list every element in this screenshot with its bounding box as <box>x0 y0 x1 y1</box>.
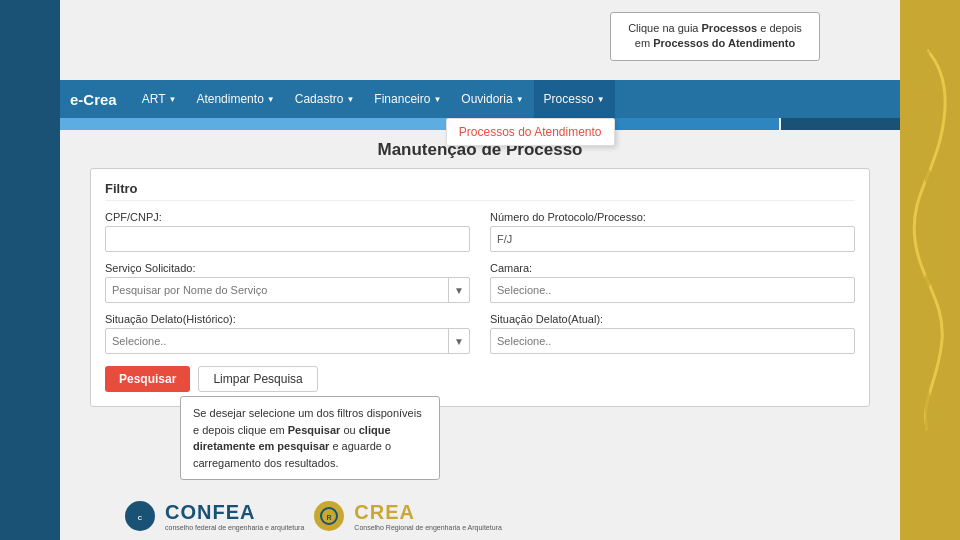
decorative-shape <box>900 40 955 440</box>
crea-logo-circle: R <box>314 501 344 531</box>
pesquisar-button[interactable]: Pesquisar <box>105 366 190 392</box>
form-group-sit-hist: Situação Delato(Histórico): ▼ <box>105 313 470 354</box>
protocolo-input[interactable] <box>490 226 855 252</box>
nav-ouvidoria-caret: ▼ <box>516 95 524 104</box>
sit-hist-arrow-icon: ▼ <box>448 329 469 353</box>
nav-financeiro-label: Financeiro <box>374 92 430 106</box>
servico-label: Serviço Solicitado: <box>105 262 470 274</box>
bottom-logos: C CONFEA conselho federal de engenharia … <box>125 501 502 532</box>
cpf-input[interactable] <box>105 226 470 252</box>
tooltip-bold-processos: Processos <box>702 22 758 34</box>
nav-processo[interactable]: Processo ▼ Processos do Atendimento <box>534 80 615 118</box>
confea-logo-circle: C <box>125 501 155 531</box>
nav-atendimento-label: Atendimento <box>196 92 263 106</box>
crea-logo-icon: R <box>314 501 344 531</box>
camara-label: Camara: <box>490 262 855 274</box>
nav-cadastro-label: Cadastro <box>295 92 344 106</box>
crea-sub: Conselho Regional de engenharia e Arquit… <box>354 524 502 532</box>
limpar-button[interactable]: Limpar Pesquisa <box>198 366 317 392</box>
sit-hist-input[interactable] <box>106 329 448 353</box>
svg-text:C: C <box>138 515 143 521</box>
servico-input[interactable] <box>106 278 448 302</box>
nav-art[interactable]: ART ▼ <box>132 80 187 118</box>
sit-atual-input[interactable] <box>490 328 855 354</box>
nav-cadastro-caret: ▼ <box>346 95 354 104</box>
nav-atendimento[interactable]: Atendimento ▼ <box>186 80 284 118</box>
tooltip-top: Clique na guia Processos e depois em Pro… <box>610 12 820 61</box>
bar-dark-blue <box>781 118 900 130</box>
form-group-protocolo: Número do Protocolo/Processo: <box>490 211 855 252</box>
filter-box: Filtro CPF/CNPJ: Número do Protocolo/Pro… <box>90 168 870 407</box>
processo-dropdown: Processos do Atendimento <box>446 118 615 146</box>
nav-financeiro[interactable]: Financeiro ▼ <box>364 80 451 118</box>
main-content: Clique na guia Processos e depois em Pro… <box>60 0 900 540</box>
form-group-sit-atual: Situação Delato(Atual): <box>490 313 855 354</box>
nav-financeiro-caret: ▼ <box>433 95 441 104</box>
svg-text:R: R <box>327 514 332 521</box>
btn-row: Pesquisar Limpar Pesquisa <box>105 366 855 392</box>
form-row-3: Situação Delato(Histórico): ▼ Situação D… <box>105 313 855 354</box>
form-row-1: CPF/CNPJ: Número do Protocolo/Processo: <box>105 211 855 252</box>
servico-select[interactable]: ▼ <box>105 277 470 303</box>
dropdown-processos-atendimento[interactable]: Processos do Atendimento <box>447 119 614 145</box>
camara-input[interactable] <box>490 277 855 303</box>
navbar: e-Crea ART ▼ Atendimento ▼ Cadastro ▼ Fi… <box>60 80 900 118</box>
brand-label: e-Crea <box>70 91 117 108</box>
confea-text-group: CONFEA conselho federal de engenharia e … <box>165 501 304 532</box>
left-bar <box>0 0 60 540</box>
sit-hist-label: Situação Delato(Histórico): <box>105 313 470 325</box>
confea-label: CONFEA <box>165 501 255 523</box>
servico-arrow-icon: ▼ <box>448 278 469 302</box>
nav-art-caret: ▼ <box>169 95 177 104</box>
right-bar <box>900 0 960 540</box>
nav-art-label: ART <box>142 92 166 106</box>
confea-logo-icon: C <box>128 504 152 528</box>
confea-sub: conselho federal de engenharia e arquite… <box>165 524 304 532</box>
tooltip-bottom: Se desejar selecione um dos filtros disp… <box>180 396 440 480</box>
nav-processo-caret: ▼ <box>597 95 605 104</box>
form-row-2: Serviço Solicitado: ▼ Camara: <box>105 262 855 303</box>
sit-hist-select[interactable]: ▼ <box>105 328 470 354</box>
nav-ouvidoria[interactable]: Ouvidoria ▼ <box>451 80 533 118</box>
cpf-label: CPF/CNPJ: <box>105 211 470 223</box>
tooltip-bold-pesquisar: Pesquisar <box>288 424 341 436</box>
nav-cadastro[interactable]: Cadastro ▼ <box>285 80 365 118</box>
nav-atendimento-caret: ▼ <box>267 95 275 104</box>
form-group-servico: Serviço Solicitado: ▼ <box>105 262 470 303</box>
nav-ouvidoria-label: Ouvidoria <box>461 92 512 106</box>
form-group-cpf: CPF/CNPJ: <box>105 211 470 252</box>
tooltip-bold-atendimento: Processos do Atendimento <box>653 37 795 49</box>
form-group-camara: Camara: <box>490 262 855 303</box>
filter-title: Filtro <box>105 181 855 201</box>
crea-label: CREA <box>354 501 415 523</box>
crea-text-group: CREA Conselho Regional de engenharia e A… <box>354 501 502 532</box>
sit-atual-label: Situação Delato(Atual): <box>490 313 855 325</box>
protocolo-label: Número do Protocolo/Processo: <box>490 211 855 223</box>
nav-processo-label: Processo <box>544 92 594 106</box>
